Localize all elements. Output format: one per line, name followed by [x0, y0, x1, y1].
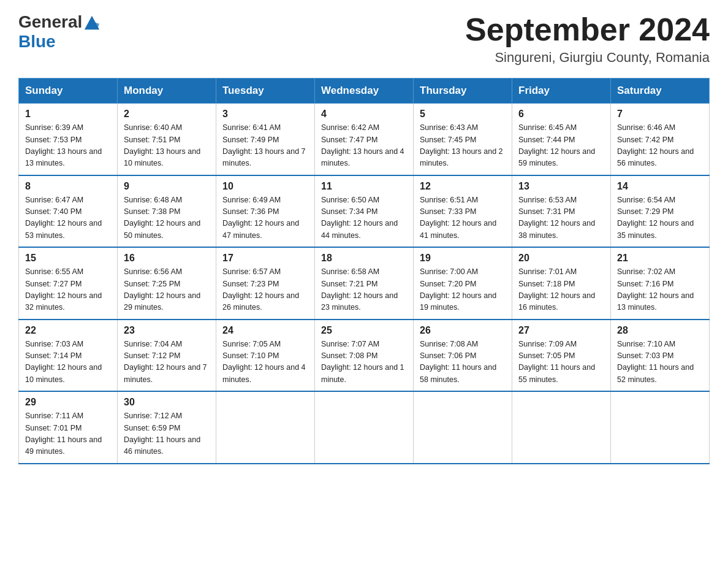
day-number: 16 — [124, 253, 210, 264]
table-row: 3Sunrise: 6:41 AMSunset: 7:49 PMDaylight… — [216, 104, 315, 175]
day-number: 24 — [222, 325, 308, 336]
day-number: 30 — [124, 397, 210, 408]
table-row: 9Sunrise: 6:48 AMSunset: 7:38 PMDaylight… — [118, 175, 216, 248]
day-number: 6 — [518, 109, 604, 120]
day-info: Sunrise: 7:01 AMSunset: 7:18 PMDaylight:… — [518, 266, 604, 314]
logo-general-text: General — [18, 12, 82, 32]
col-tuesday: Tuesday — [216, 79, 315, 104]
day-number: 5 — [420, 109, 506, 120]
calendar-body: 1Sunrise: 6:39 AMSunset: 7:53 PMDaylight… — [19, 104, 710, 464]
table-row: 11Sunrise: 6:50 AMSunset: 7:34 PMDayligh… — [315, 175, 414, 248]
table-row — [315, 391, 414, 464]
day-number: 25 — [321, 325, 407, 336]
logo-blue-text: Blue — [18, 32, 56, 52]
table-row: 18Sunrise: 6:58 AMSunset: 7:21 PMDayligh… — [315, 247, 414, 320]
day-info: Sunrise: 7:02 AMSunset: 7:16 PMDaylight:… — [617, 266, 703, 314]
day-number: 1 — [25, 109, 111, 120]
day-number: 11 — [321, 181, 407, 192]
day-number: 21 — [617, 253, 703, 264]
table-row: 21Sunrise: 7:02 AMSunset: 7:16 PMDayligh… — [611, 247, 710, 320]
col-sunday: Sunday — [19, 79, 118, 104]
table-row — [611, 391, 710, 464]
table-row: 4Sunrise: 6:42 AMSunset: 7:47 PMDaylight… — [315, 104, 414, 175]
day-info: Sunrise: 6:43 AMSunset: 7:45 PMDaylight:… — [420, 122, 506, 170]
table-row: 20Sunrise: 7:01 AMSunset: 7:18 PMDayligh… — [512, 247, 611, 320]
day-info: Sunrise: 6:55 AMSunset: 7:27 PMDaylight:… — [25, 266, 111, 314]
day-number: 2 — [124, 109, 210, 120]
table-row — [414, 391, 512, 464]
day-info: Sunrise: 7:08 AMSunset: 7:06 PMDaylight:… — [420, 339, 506, 386]
calendar-header-row: Sunday Monday Tuesday Wednesday Thursday… — [19, 79, 710, 104]
table-row: 17Sunrise: 6:57 AMSunset: 7:23 PMDayligh… — [216, 247, 315, 320]
day-info: Sunrise: 7:10 AMSunset: 7:03 PMDaylight:… — [617, 339, 703, 386]
day-info: Sunrise: 7:04 AMSunset: 7:12 PMDaylight:… — [124, 339, 210, 386]
day-number: 14 — [617, 181, 703, 192]
day-info: Sunrise: 6:45 AMSunset: 7:44 PMDaylight:… — [518, 122, 604, 170]
day-info: Sunrise: 6:58 AMSunset: 7:21 PMDaylight:… — [321, 266, 407, 314]
day-info: Sunrise: 6:46 AMSunset: 7:42 PMDaylight:… — [617, 122, 703, 170]
day-info: Sunrise: 6:50 AMSunset: 7:34 PMDaylight:… — [321, 194, 407, 242]
day-info: Sunrise: 6:49 AMSunset: 7:36 PMDaylight:… — [222, 194, 308, 242]
day-info: Sunrise: 6:48 AMSunset: 7:38 PMDaylight:… — [124, 194, 210, 242]
col-saturday: Saturday — [611, 79, 710, 104]
table-row: 6Sunrise: 6:45 AMSunset: 7:44 PMDaylight… — [512, 104, 611, 175]
day-info: Sunrise: 6:42 AMSunset: 7:47 PMDaylight:… — [321, 122, 407, 170]
day-info: Sunrise: 7:00 AMSunset: 7:20 PMDaylight:… — [420, 266, 506, 314]
table-row: 30Sunrise: 7:12 AMSunset: 6:59 PMDayligh… — [118, 391, 216, 464]
table-row: 25Sunrise: 7:07 AMSunset: 7:08 PMDayligh… — [315, 320, 414, 392]
calendar-week-row: 8Sunrise: 6:47 AMSunset: 7:40 PMDaylight… — [19, 175, 710, 248]
day-number: 23 — [124, 325, 210, 336]
day-number: 22 — [25, 325, 111, 336]
calendar-week-row: 1Sunrise: 6:39 AMSunset: 7:53 PMDaylight… — [19, 104, 710, 175]
table-row: 13Sunrise: 6:53 AMSunset: 7:31 PMDayligh… — [512, 175, 611, 248]
day-number: 17 — [222, 253, 308, 264]
calendar-table: Sunday Monday Tuesday Wednesday Thursday… — [18, 78, 710, 464]
location-title: Singureni, Giurgiu County, Romania — [465, 50, 710, 66]
day-number: 27 — [518, 325, 604, 336]
table-row: 10Sunrise: 6:49 AMSunset: 7:36 PMDayligh… — [216, 175, 315, 248]
day-number: 29 — [25, 397, 111, 408]
header: General Blue September 2024 Singureni, G… — [18, 12, 710, 66]
calendar-week-row: 22Sunrise: 7:03 AMSunset: 7:14 PMDayligh… — [19, 320, 710, 392]
day-number: 28 — [617, 325, 703, 336]
calendar-week-row: 15Sunrise: 6:55 AMSunset: 7:27 PMDayligh… — [19, 247, 710, 320]
day-number: 8 — [25, 181, 111, 192]
day-number: 3 — [222, 109, 308, 120]
day-number: 26 — [420, 325, 506, 336]
month-title: September 2024 — [465, 12, 710, 47]
logo: General Blue — [18, 12, 100, 52]
table-row: 15Sunrise: 6:55 AMSunset: 7:27 PMDayligh… — [19, 247, 118, 320]
col-wednesday: Wednesday — [315, 79, 414, 104]
day-info: Sunrise: 7:03 AMSunset: 7:14 PMDaylight:… — [25, 339, 111, 386]
day-info: Sunrise: 6:40 AMSunset: 7:51 PMDaylight:… — [124, 122, 210, 170]
day-info: Sunrise: 6:41 AMSunset: 7:49 PMDaylight:… — [222, 122, 308, 170]
day-info: Sunrise: 7:11 AMSunset: 7:01 PMDaylight:… — [25, 410, 111, 458]
logo-icon — [83, 13, 100, 31]
col-monday: Monday — [118, 79, 216, 104]
day-number: 19 — [420, 253, 506, 264]
day-number: 9 — [124, 181, 210, 192]
day-number: 10 — [222, 181, 308, 192]
title-area: September 2024 Singureni, Giurgiu County… — [465, 12, 710, 66]
day-info: Sunrise: 6:54 AMSunset: 7:29 PMDaylight:… — [617, 194, 703, 242]
table-row: 27Sunrise: 7:09 AMSunset: 7:05 PMDayligh… — [512, 320, 611, 392]
day-info: Sunrise: 6:47 AMSunset: 7:40 PMDaylight:… — [25, 194, 111, 242]
table-row: 1Sunrise: 6:39 AMSunset: 7:53 PMDaylight… — [19, 104, 118, 175]
table-row: 19Sunrise: 7:00 AMSunset: 7:20 PMDayligh… — [414, 247, 512, 320]
table-row: 26Sunrise: 7:08 AMSunset: 7:06 PMDayligh… — [414, 320, 512, 392]
day-info: Sunrise: 7:07 AMSunset: 7:08 PMDaylight:… — [321, 339, 407, 386]
col-thursday: Thursday — [414, 79, 512, 104]
table-row: 12Sunrise: 6:51 AMSunset: 7:33 PMDayligh… — [414, 175, 512, 248]
table-row: 2Sunrise: 6:40 AMSunset: 7:51 PMDaylight… — [118, 104, 216, 175]
day-number: 4 — [321, 109, 407, 120]
table-row: 29Sunrise: 7:11 AMSunset: 7:01 PMDayligh… — [19, 391, 118, 464]
day-number: 18 — [321, 253, 407, 264]
col-friday: Friday — [512, 79, 611, 104]
table-row: 22Sunrise: 7:03 AMSunset: 7:14 PMDayligh… — [19, 320, 118, 392]
day-info: Sunrise: 7:12 AMSunset: 6:59 PMDaylight:… — [124, 410, 210, 458]
table-row: 14Sunrise: 6:54 AMSunset: 7:29 PMDayligh… — [611, 175, 710, 248]
day-number: 15 — [25, 253, 111, 264]
table-row: 23Sunrise: 7:04 AMSunset: 7:12 PMDayligh… — [118, 320, 216, 392]
day-info: Sunrise: 6:56 AMSunset: 7:25 PMDaylight:… — [124, 266, 210, 314]
table-row: 16Sunrise: 6:56 AMSunset: 7:25 PMDayligh… — [118, 247, 216, 320]
